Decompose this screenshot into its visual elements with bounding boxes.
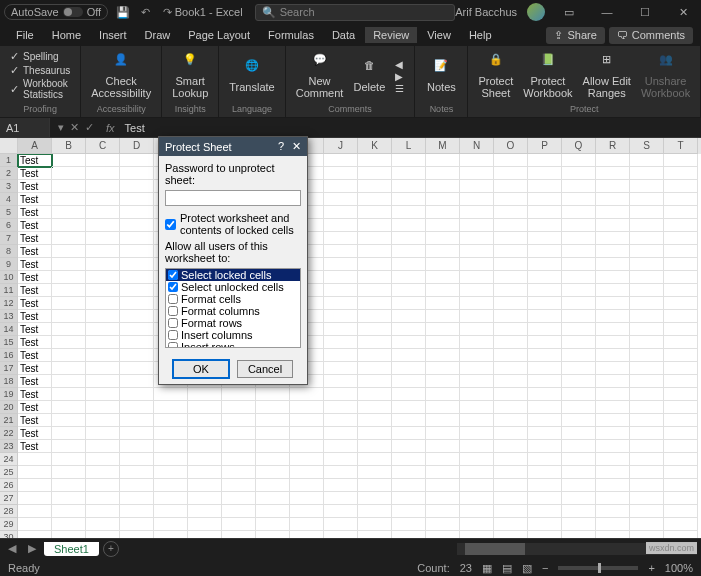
dialog-title-bar[interactable]: Protect Sheet ? ✕ (159, 137, 307, 156)
cell[interactable] (324, 219, 358, 232)
cell[interactable] (392, 206, 426, 219)
close-icon[interactable]: ✕ (669, 0, 697, 24)
cell[interactable] (494, 310, 528, 323)
cell[interactable]: Test (18, 297, 52, 310)
cell[interactable] (290, 453, 324, 466)
menu-data[interactable]: Data (324, 27, 363, 43)
cell[interactable] (324, 258, 358, 271)
zoom-slider[interactable] (558, 566, 638, 570)
cell[interactable] (528, 388, 562, 401)
cell[interactable] (290, 531, 324, 538)
cell[interactable] (596, 297, 630, 310)
next-comment-icon[interactable]: ▶ (395, 71, 404, 82)
cell[interactable] (596, 531, 630, 538)
column-header[interactable]: C (86, 138, 120, 154)
share-button[interactable]: ⇪Share (546, 27, 604, 44)
cell[interactable] (630, 349, 664, 362)
cell[interactable] (630, 453, 664, 466)
cell[interactable] (528, 414, 562, 427)
cell[interactable] (562, 531, 596, 538)
cell[interactable] (392, 362, 426, 375)
row-header[interactable]: 4 (0, 193, 18, 206)
row-header[interactable]: 20 (0, 401, 18, 414)
cell[interactable] (120, 375, 154, 388)
cell[interactable] (324, 232, 358, 245)
row-header[interactable]: 27 (0, 492, 18, 505)
cell[interactable] (630, 427, 664, 440)
cell[interactable] (664, 453, 698, 466)
cell[interactable] (18, 505, 52, 518)
cell[interactable] (562, 362, 596, 375)
cell[interactable] (596, 258, 630, 271)
cell[interactable] (630, 531, 664, 538)
cell[interactable] (630, 440, 664, 453)
cell[interactable] (426, 271, 460, 284)
cell[interactable] (426, 167, 460, 180)
cell[interactable] (562, 518, 596, 531)
cell[interactable] (86, 219, 120, 232)
cell[interactable] (188, 505, 222, 518)
permission-item[interactable]: Select locked cells (166, 269, 300, 281)
permission-checkbox[interactable] (168, 330, 178, 340)
cell[interactable] (86, 505, 120, 518)
cell[interactable] (358, 492, 392, 505)
cell[interactable] (52, 193, 86, 206)
cell[interactable] (494, 440, 528, 453)
cell[interactable] (562, 323, 596, 336)
cell[interactable] (188, 453, 222, 466)
row-header[interactable]: 3 (0, 180, 18, 193)
cell[interactable] (460, 180, 494, 193)
cell[interactable] (528, 284, 562, 297)
formula-input[interactable]: Test (119, 122, 701, 134)
cell[interactable] (426, 479, 460, 492)
cell[interactable] (120, 388, 154, 401)
cell[interactable] (562, 258, 596, 271)
cell[interactable] (188, 492, 222, 505)
cell[interactable] (324, 284, 358, 297)
cell[interactable] (596, 245, 630, 258)
cell[interactable] (630, 167, 664, 180)
cell[interactable] (358, 310, 392, 323)
cell[interactable] (154, 414, 188, 427)
cell[interactable] (596, 492, 630, 505)
cell[interactable] (494, 375, 528, 388)
cell[interactable] (290, 401, 324, 414)
cell[interactable] (494, 505, 528, 518)
cell[interactable] (86, 401, 120, 414)
thesaurus-button[interactable]: ✓ Thesaurus (10, 64, 70, 77)
cell[interactable] (494, 453, 528, 466)
cell[interactable] (358, 167, 392, 180)
cell[interactable] (392, 219, 426, 232)
cell[interactable] (52, 180, 86, 193)
cell[interactable] (392, 232, 426, 245)
cell[interactable] (528, 271, 562, 284)
cell[interactable] (120, 232, 154, 245)
cell[interactable] (154, 466, 188, 479)
cell[interactable] (222, 401, 256, 414)
cell[interactable] (256, 388, 290, 401)
cell[interactable] (596, 167, 630, 180)
cell[interactable] (154, 388, 188, 401)
cell[interactable] (86, 167, 120, 180)
cell[interactable] (664, 531, 698, 538)
worksheet-grid[interactable]: ABCDEFGHIJKLMNOPQRST 1Test2Test3Test4Tes… (0, 138, 701, 538)
cell[interactable] (664, 375, 698, 388)
cell[interactable] (562, 375, 596, 388)
cell[interactable] (222, 440, 256, 453)
cell[interactable] (562, 349, 596, 362)
cell[interactable] (392, 336, 426, 349)
row-header[interactable]: 28 (0, 505, 18, 518)
permission-checkbox[interactable] (168, 306, 178, 316)
cell[interactable] (52, 466, 86, 479)
cell[interactable]: Test (18, 401, 52, 414)
cell[interactable] (52, 349, 86, 362)
cell[interactable] (358, 518, 392, 531)
cell[interactable] (324, 167, 358, 180)
cell[interactable] (120, 453, 154, 466)
cell[interactable] (426, 388, 460, 401)
redo-icon[interactable]: ↷ (160, 5, 174, 19)
maximize-icon[interactable]: ☐ (631, 0, 659, 24)
cell[interactable] (86, 206, 120, 219)
cell[interactable] (120, 427, 154, 440)
cell[interactable] (494, 154, 528, 167)
